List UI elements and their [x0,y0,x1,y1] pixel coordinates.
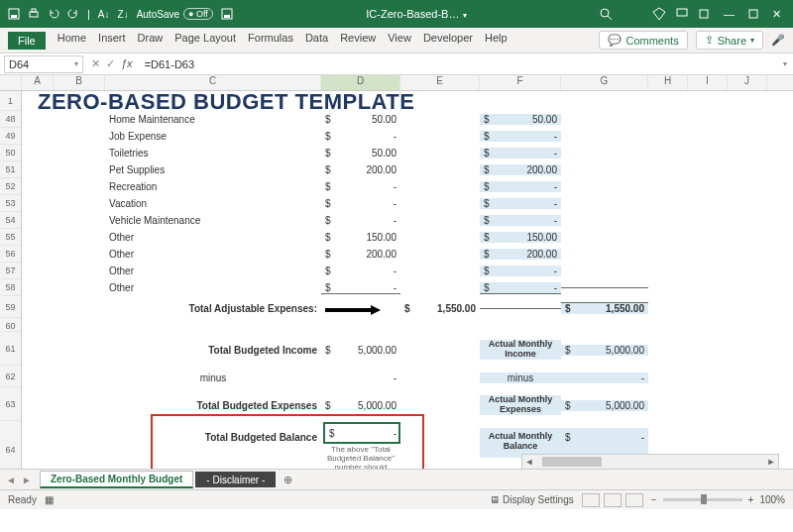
maximize-icon[interactable] [748,9,758,19]
row-49[interactable]: 49 [0,128,21,145]
zoom-level[interactable]: 100% [759,494,785,505]
col-C[interactable]: C [105,75,321,90]
table-row[interactable]: Other$150.00$150.00 [22,229,648,246]
row-52[interactable]: 52 [0,178,21,195]
autosave-toggle[interactable]: AutoSave ● Off [137,8,213,20]
table-row[interactable]: Vacation$-$- [22,195,648,212]
table-row[interactable]: Toiletries$50.00$- [22,145,648,161]
scroll-right-icon[interactable]: ► [764,457,778,467]
window-icon[interactable] [698,8,710,20]
tab-home[interactable]: Home [57,32,86,50]
table-row[interactable]: Other$-$- [22,279,648,296]
col-E[interactable]: E [400,75,480,90]
row-55[interactable]: 55 [0,229,21,246]
save-icon[interactable] [8,8,20,20]
col-B[interactable]: B [54,75,105,90]
name-box[interactable]: D64▾ [4,55,83,73]
display-settings[interactable]: 🖥 Display Settings [490,494,573,505]
row-60[interactable]: 60 [0,318,21,332]
add-sheet-button[interactable]: ⊕ [283,474,292,486]
tab-data[interactable]: Data [305,32,328,50]
row-61[interactable]: 61 [0,332,21,366]
table-row[interactable]: Other$200.00$200.00 [22,246,648,263]
zoom-out-icon[interactable]: − [651,494,657,505]
ribbon-display-icon[interactable] [676,8,688,20]
accept-formula-icon[interactable]: ✓ [106,57,115,70]
view-normal-icon[interactable] [582,493,600,507]
table-row[interactable]: Other$-$- [22,263,648,279]
print-icon[interactable] [28,8,40,20]
view-page-icon[interactable] [604,493,622,507]
table-row[interactable]: Pet Supplies$200.00$200.00 [22,161,648,178]
share-button[interactable]: ⇪Share ▾ [696,31,763,50]
sort-desc-icon[interactable]: Z↓ [118,9,129,20]
tab-help[interactable]: Help [485,32,508,50]
zoom-slider[interactable] [663,498,742,501]
col-I[interactable]: I [688,75,728,90]
zoom-control[interactable]: − + 100% [651,494,785,505]
row-56[interactable]: 56 [0,246,21,263]
row-48[interactable]: 48 [0,111,21,128]
col-F[interactable]: F [480,75,561,90]
document-title[interactable]: IC-Zero-Based-B… ▾ [233,8,600,20]
row-53[interactable]: 53 [0,195,21,212]
col-D[interactable]: D [321,75,400,90]
mic-icon[interactable]: 🎤 [771,34,785,47]
row-62[interactable]: 62 [0,366,21,387]
sheet-nav-prev-icon[interactable]: ◄ [6,475,16,485]
row-58[interactable]: 58 [0,279,21,296]
table-row[interactable]: Vehicle Maintenance$-$- [22,212,648,229]
row-57[interactable]: 57 [0,263,21,279]
sort-asc-icon[interactable]: A↓ [98,9,110,20]
row-59[interactable]: 59 [0,296,21,318]
tab-formulas[interactable]: Formulas [248,32,293,50]
sheet-tab-active[interactable]: Zero-Based Monthly Budget [40,471,193,488]
col-A[interactable]: A [22,75,54,90]
row-51[interactable]: 51 [0,161,21,178]
actual-minus: minus [480,372,561,383]
redo-icon[interactable] [67,8,79,20]
search-icon[interactable] [600,8,613,21]
table-row[interactable]: Recreation$-$- [22,178,648,195]
formula-input[interactable]: =D61-D63 [141,58,777,70]
col-G[interactable]: G [561,75,648,90]
select-all[interactable] [0,75,22,90]
tab-view[interactable]: View [388,32,411,50]
tab-pagelayout[interactable]: Page Layout [174,32,236,50]
row-63[interactable]: 63 [0,387,21,421]
cancel-formula-icon[interactable]: ✕ [91,57,100,70]
minimize-icon[interactable]: ― [720,8,738,20]
close-icon[interactable]: ✕ [768,8,785,21]
accessibility-icon[interactable]: ▦ [45,494,54,505]
row-50[interactable]: 50 [0,145,21,161]
undo-icon[interactable] [48,8,59,20]
row-54[interactable]: 54 [0,212,21,229]
tab-insert[interactable]: Insert [98,32,126,50]
tab-review[interactable]: Review [340,32,376,50]
row-1[interactable]: 1 [0,91,21,111]
tab-developer[interactable]: Developer [423,32,473,50]
title-bar: | A↓ Z↓ AutoSave ● Off IC-Zero-Based-B… … [0,0,793,28]
scroll-left-icon[interactable]: ◄ [522,457,536,467]
tab-draw[interactable]: Draw [138,32,164,50]
zoom-in-icon[interactable]: + [748,494,754,505]
scroll-thumb[interactable] [542,457,602,467]
expand-formula-icon[interactable]: ▾ [777,59,793,68]
sheet-tab-disclaimer[interactable]: - Disclaimer - [195,472,276,487]
col-H[interactable]: H [648,75,688,90]
row-headers[interactable]: 1 48 49 50 51 52 53 54 55 56 57 58 59 60… [0,91,22,509]
diamond-icon[interactable] [652,7,666,21]
view-break-icon[interactable] [625,493,643,507]
horizontal-scrollbar[interactable]: ◄ ► [521,454,779,470]
item-f: - [554,181,557,192]
save-icon-2[interactable] [221,8,233,20]
col-J[interactable]: J [728,75,767,90]
income-label: Total Budgeted Income [105,345,321,356]
table-row[interactable]: Home Maintenance$50.00$50.00 [22,111,648,128]
table-row[interactable]: Job Expense$-$- [22,128,648,145]
tab-file[interactable]: File [8,32,46,50]
worksheet[interactable]: A B C D E F G H I J 1 48 49 50 51 52 53 … [0,75,793,509]
fx-icon[interactable]: ƒx [121,57,133,70]
sheet-nav-next-icon[interactable]: ► [22,475,32,485]
comments-button[interactable]: 💬Comments [599,31,687,50]
